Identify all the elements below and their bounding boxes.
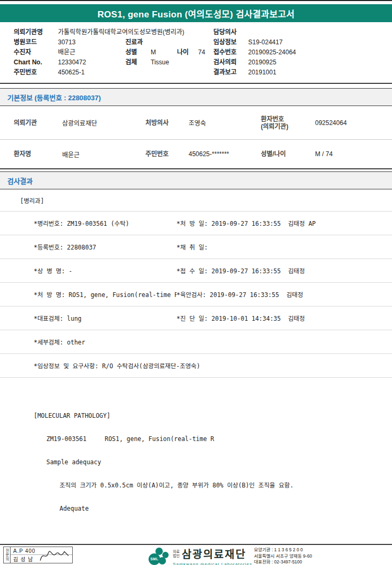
table-row: *등록번호: 22808037 *채 취 일: (0, 235, 392, 259)
table-row: *임상정보 및 요구사항: R/O 수탁검사(삼광의료재단-조영숙) (0, 354, 392, 378)
detail-diagnosis-name: *상 병 명: - (34, 266, 177, 275)
header-row-4: Chart No. 12330472 검체 Tissue 검사의뢰 201909… (14, 58, 378, 68)
detail-main-specimen: *대표검체: lung (34, 314, 177, 322)
field-value-hospital-code: 30713 (58, 37, 125, 47)
table-row: *처 방 명: ROS1, gene, Fusion(real-time RT-… (0, 283, 392, 307)
cell-value-resident-no: 450625-******* (189, 150, 261, 158)
table-row: *대표검체: lung *진 단 일: 2019-10-01 14:34:35 … (0, 307, 392, 330)
field-label-chart-no: Chart No. (14, 58, 58, 68)
lab-name-korean: 삼광의료재단 (182, 546, 246, 561)
table-row: *병리번호: ZM19-003561 (수탁) *처 방 일: 2019-09-… (0, 212, 392, 235)
cell-value-patient-name: 배윤근 (62, 150, 145, 159)
detail-order-date: *처 방 일: 2019-09-27 16:33:55 김태정 AP (177, 219, 392, 227)
detail-collection-date: *채 취 일: (177, 243, 392, 251)
signature (37, 548, 71, 563)
field-label-doctor-in-charge: 담당의사 (213, 27, 248, 37)
stamp-side-label: 전문의 (4, 547, 11, 563)
report-page: ROS1, gene Fusion (여의도성모) 검사결과보고서 의뢰기관명 … (0, 0, 392, 565)
field-value-chart-no: 12330472 (58, 58, 125, 68)
report-line-criteria: 조직의 크기가 0.5x0.5cm 이상(A)이고, 종양 부위가 80% 이상… (0, 474, 392, 497)
patient-header: 의뢰기관명 가톨릭학원가톨릭대학교여의도성모병원(병리과) 담당의사 병원코드 … (0, 22, 392, 84)
field-value-requesting-org: 가톨릭학원가톨릭대학교여의도성모병원(병리과) (58, 27, 213, 37)
detail-sub-specimen: *세부검체: other (34, 338, 177, 346)
contact-address: 서울특별시 서초구 양재동 9-60 (254, 553, 312, 560)
field-value-accession-no: 20190925-24064 (248, 47, 378, 58)
field-label-sex: 성별 (125, 47, 151, 58)
field-label-accession-no: 접수번호 (213, 47, 248, 58)
table-row: 환자명 배윤근 주민번호 450625-******* 성별/나이 M / 74 (0, 140, 392, 168)
table-row: *세부검체: other (0, 330, 392, 354)
cell-label-sex-age: 성별/나이 (261, 150, 315, 158)
org-type-line1: 의료 (173, 550, 180, 553)
field-value-sex: M (151, 47, 177, 58)
cell-label-requesting-org: 의뢰기관 (14, 119, 62, 127)
table-row: *상 병 명: - *접 수 일: 2019-09-27 16:33:55 김태… (0, 259, 392, 283)
header-row-2: 병원코드 30713 진료과 임상정보 S19-024417 (14, 37, 378, 47)
result-detail-table: *병리번호: ZM19-003561 (수탁) *처 방 일: 2019-09-… (0, 212, 392, 378)
department-row: [병리과] (0, 189, 392, 212)
contact-phone: 대표전화 : 02-3497-5100 (254, 559, 312, 565)
detail-registration-no: *등록번호: 22808037 (34, 243, 177, 251)
header-row-3: 수진자 배윤근 성별 M 나이 74 접수번호 20190925-24064 (14, 47, 378, 58)
field-label-clinical-info: 임상정보 (213, 37, 248, 47)
field-value-clinical-info: S19-024417 (248, 37, 378, 47)
lab-contact-block: 요양기관 : 1 1 3 6 5 2 0 0 서울특별시 서초구 양재동 9-6… (254, 547, 312, 565)
cell-value-requesting-org: 삼광의료재단 (62, 118, 145, 127)
footer: 전문의 A.P 400 김 성 남 SML (0, 544, 392, 565)
section-basic-info-title: 기본정보 (등록번호 : 22808037) (7, 92, 101, 102)
report-title: ROS1, gene Fusion (여의도성모) 검사결과보고서 (97, 7, 295, 20)
sml-logo-icon: SML (146, 547, 171, 565)
pathologist-stamp-box: 전문의 A.P 400 김 성 남 (3, 547, 73, 563)
cell-value-prescribing-doctor: 조영숙 (189, 118, 261, 127)
header-row-1: 의뢰기관명 가톨릭학원가톨릭대학교여의도성모병원(병리과) 담당의사 (14, 27, 378, 37)
org-type-line2: 법인 (173, 554, 180, 558)
detail-order-name: *처 방 명: ROS1, gene, Fusion(real-time RT-… (34, 290, 177, 299)
field-value-patient: 배윤근 (58, 47, 125, 58)
lab-name-block: 의료 법인 삼광의료재단 Samkwang medical Laboratori… (173, 546, 252, 565)
report-line-adequate: Adequate (0, 497, 392, 520)
field-label-specimen: 검체 (125, 58, 151, 68)
field-value-resident-no: 450625-1 (58, 68, 213, 78)
field-label-age: 나이 (177, 47, 198, 58)
basic-info-table: 의뢰기관 삼광의료재단 처방의사 조영숙 환자번호 (의뢰기관) 0925240… (0, 106, 392, 169)
report-line-section: [MOLECULAR PATHOLOGY] (0, 404, 392, 427)
report-line-sample-adequacy: Sample adequacy (0, 451, 392, 474)
cell-label-patient-name: 환자명 (14, 150, 62, 158)
field-value-request-date: 20190925 (248, 58, 378, 68)
field-label-requesting-org: 의뢰기관명 (14, 27, 58, 37)
sml-monogram: SML (148, 557, 161, 561)
cell-value-sex-age: M / 74 (315, 150, 392, 158)
report-line-test: ZM19-003561 ROS1, gene, Fusion(real-time… (0, 427, 392, 451)
report-title-bar: ROS1, gene Fusion (여의도성모) 검사결과보고서 (0, 4, 392, 22)
field-label-request-date: 검사의뢰 (213, 58, 248, 68)
detail-clinical-request: *임상정보 및 요구사항: R/O 수탁검사(삼광의료재단-조영숙) (34, 361, 392, 370)
field-value-report-date: 20191001 (248, 68, 378, 78)
detail-gross-exam: *육안검사: 2019-09-27 16:33:55 김태정 (177, 290, 392, 299)
table-row: 의뢰기관 삼광의료재단 처방의사 조영숙 환자번호 (의뢰기관) 0925240… (0, 106, 392, 140)
field-label-resident-no: 주민번호 (14, 68, 58, 78)
department-label: [병리과] (20, 196, 44, 205)
field-value-age: 74 (198, 47, 213, 58)
stamp-specialist-label: 전문의 (4, 549, 9, 561)
report-body: [MOLECULAR PATHOLOGY] ZM19-003561 ROS1, … (0, 404, 392, 520)
field-label-patient: 수진자 (14, 47, 58, 58)
detail-pathology-no: *병리번호: ZM19-003561 (수탁) (34, 219, 177, 227)
section-results: 검사결과 (0, 171, 392, 189)
cell-label-resident-no: 주민번호 (145, 150, 189, 158)
stamp-main: A.P 400 김 성 남 (11, 547, 72, 563)
field-label-department: 진료과 (125, 37, 151, 47)
field-label-report-date: 결과보고 (213, 68, 248, 78)
contact-institution-no: 요양기관 : 1 1 3 6 5 2 0 0 (254, 547, 312, 553)
cell-label-patient-no-line2: (의뢰기관) (261, 123, 288, 130)
cell-label-prescribing-doctor: 처방의사 (145, 119, 189, 127)
detail-receipt-date: *접 수 일: 2019-09-27 16:33:55 김태정 (177, 266, 392, 275)
section-results-title: 검사결과 (7, 176, 33, 186)
lab-name-english: Samkwang medical Laboratories (173, 562, 252, 565)
section-basic-info: 기본정보 (등록번호 : 22808037) (0, 88, 392, 106)
cell-value-patient-no: 092524064 (315, 119, 392, 127)
lab-logo-group: SML 의료 법인 삼광의료재단 Samkwang medical Labora… (146, 546, 252, 565)
detail-diagnosis-date: *진 단 일: 2019-10-01 14:34:35 김태정 (177, 314, 392, 322)
field-value-specimen: Tissue (151, 58, 213, 68)
header-row-5: 주민번호 450625-1 결과보고 20191001 (14, 68, 378, 78)
cell-label-patient-no-line1: 환자번호 (261, 116, 284, 123)
